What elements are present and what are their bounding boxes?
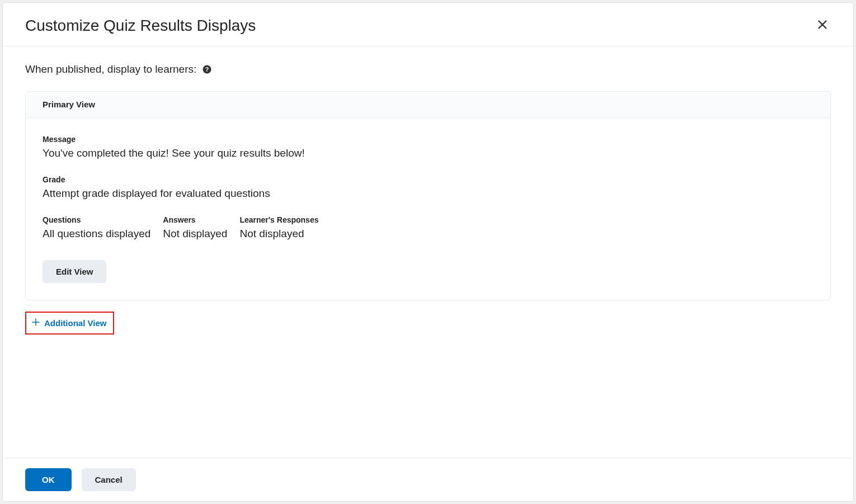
panel-header: Primary View — [26, 92, 830, 118]
answers-label: Answers — [163, 215, 227, 224]
message-label: Message — [43, 135, 813, 144]
primary-view-panel: Primary View Message You've completed th… — [25, 91, 831, 300]
questions-value: All questions displayed — [43, 228, 150, 240]
help-icon[interactable]: ? — [202, 64, 212, 74]
modal-body: When published, display to learners: ? P… — [3, 46, 853, 458]
ok-button[interactable]: OK — [25, 468, 72, 491]
display-columns: Questions All questions displayed Answer… — [43, 215, 813, 240]
intro-text: When published, display to learners: — [25, 63, 196, 76]
questions-label: Questions — [43, 215, 150, 224]
learner-responses-label: Learner's Responses — [239, 215, 318, 224]
close-icon — [816, 18, 829, 32]
grade-field: Grade Attempt grade displayed for evalua… — [43, 175, 813, 200]
edit-view-button[interactable]: Edit View — [43, 260, 106, 283]
modal-footer: OK Cancel — [3, 458, 853, 501]
grade-label: Grade — [43, 175, 813, 184]
close-button[interactable] — [814, 16, 831, 35]
additional-view-label: Additional View — [44, 318, 106, 328]
answers-value: Not displayed — [163, 228, 227, 240]
modal-header: Customize Quiz Results Displays — [3, 3, 853, 46]
modal-title: Customize Quiz Results Displays — [25, 17, 256, 35]
message-field: Message You've completed the quiz! See y… — [43, 135, 813, 159]
learner-responses-value: Not displayed — [239, 228, 318, 240]
message-value: You've completed the quiz! See your quiz… — [43, 147, 813, 159]
additional-view-highlight: Additional View — [25, 312, 114, 335]
svg-text:?: ? — [205, 66, 209, 73]
learner-responses-column: Learner's Responses Not displayed — [239, 215, 318, 240]
customize-quiz-results-modal: Customize Quiz Results Displays When pub… — [2, 2, 854, 502]
additional-view-button[interactable]: Additional View — [29, 315, 109, 331]
panel-header-text: Primary View — [43, 100, 95, 109]
plus-icon — [31, 317, 41, 329]
intro-row: When published, display to learners: ? — [25, 63, 831, 76]
answers-column: Answers Not displayed — [163, 215, 227, 240]
questions-column: Questions All questions displayed — [43, 215, 150, 240]
grade-value: Attempt grade displayed for evaluated qu… — [43, 187, 813, 200]
panel-body: Message You've completed the quiz! See y… — [26, 118, 830, 300]
cancel-button[interactable]: Cancel — [82, 468, 136, 491]
